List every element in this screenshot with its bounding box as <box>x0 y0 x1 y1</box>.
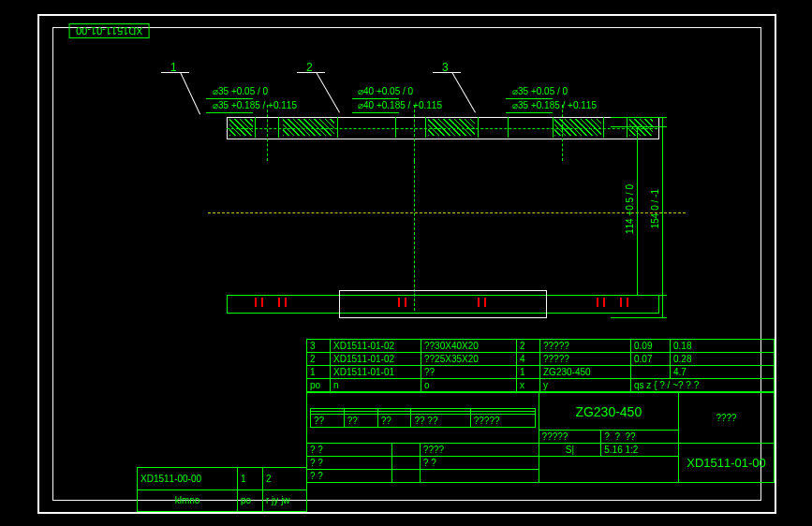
red-mark-4 <box>285 298 287 307</box>
side-n1: 1 <box>238 468 263 490</box>
side-c2: r jy <box>266 495 278 505</box>
edge-9 <box>603 117 604 138</box>
side-c1: po <box>238 489 263 512</box>
leader-line-3 <box>433 72 461 73</box>
red-mark-7 <box>478 298 480 307</box>
bom-h-tilde: ? / ~? <box>659 380 683 390</box>
dim-114: 114 +0.5 / 0 <box>625 184 635 234</box>
red-mark-6 <box>405 298 406 307</box>
bom-w1-2: 0.07 <box>631 353 671 366</box>
top-section-view <box>227 117 657 138</box>
edge-5 <box>425 117 426 138</box>
dim-154-line <box>662 117 663 318</box>
bottom-section-view <box>227 290 657 318</box>
edge-3 <box>337 117 338 138</box>
red-mark-9 <box>597 298 598 307</box>
dim-154: 154 0 / -1 <box>650 189 660 228</box>
bom-h-x: x <box>517 379 540 392</box>
bom-w1-1 <box>631 366 671 379</box>
bom-code-3: XD1511-01-02 <box>331 340 421 353</box>
hatch-3 <box>428 119 475 136</box>
rev-q1: ?? <box>311 415 345 428</box>
ext-h4 <box>611 317 667 318</box>
bom-h-qs: qs <box>634 380 644 390</box>
bom-row-3: 3 XD1511-01-02 ??30X40X20 2 ????? 0.09 0… <box>307 340 775 353</box>
rev-q3: ?? <box>377 415 411 428</box>
bottom-body <box>339 290 547 318</box>
hatch-1 <box>229 119 253 136</box>
outer-frame: XD1511-01-00 1 2 3 ⌀35 +0.05 / 0 ⌀35 +0.… <box>37 14 776 514</box>
bom-row-1: 1 XD1511-01-01 ?? 1 ZG230-450 4.7 <box>307 366 775 379</box>
bom-h-z: z <box>646 380 651 390</box>
drawing-number-header: XD1511-01-00 <box>69 23 150 38</box>
dim-h-r1 <box>506 98 553 99</box>
bom-q-1: 1 <box>517 366 540 379</box>
side-name: klmno <box>138 489 238 512</box>
bom-q-2: 4 <box>517 353 540 366</box>
scale-lbl: S| <box>539 444 601 457</box>
dim-114-line <box>637 126 638 295</box>
bom-row-2: 2 XD1511-01-02 ??25X35X20 4 ????? 0.07 0… <box>307 353 775 366</box>
bom-spec-2: ??25X35X20 <box>421 353 517 366</box>
scale-ratio: 1:2 <box>626 445 639 455</box>
dim-h-c2 <box>352 112 399 113</box>
bom-table: 3 XD1511-01-02 ??30X40X20 2 ????? 0.09 0… <box>306 339 775 392</box>
hatch-5 <box>629 119 653 136</box>
bom-h-code: n <box>331 379 421 392</box>
dim-35-lower-l: ⌀35 +0.185 / +0.115 <box>213 100 297 110</box>
main-centerline <box>208 212 686 213</box>
vertical-centerline <box>414 161 415 311</box>
dim-h-l2 <box>206 112 253 113</box>
edge-10 <box>627 117 627 138</box>
bore-centerline-1 <box>267 105 268 161</box>
rev-b: ? <box>614 431 620 442</box>
bom-h-brace: { <box>654 380 657 390</box>
edge-7 <box>508 117 509 138</box>
edge-2 <box>278 117 279 138</box>
bom-n-3: 3 <box>307 340 331 353</box>
red-mark-5 <box>398 298 400 307</box>
dim-40-lower: ⌀40 +0.185 / +0.115 <box>358 100 442 110</box>
proj-cell: ???? <box>679 393 775 444</box>
material-cell: ZG230-450 <box>539 393 678 431</box>
bom-header-row: po n o x y qs z { ? / ~? ? ? <box>307 379 775 392</box>
bom-note-1: ZG230-450 <box>540 366 631 379</box>
bom-spec-3: ??30X40X20 <box>421 340 517 353</box>
bom-note-3: ????? <box>540 340 631 353</box>
rev-q5: ????? <box>470 415 535 428</box>
scale-val: 5.16 <box>604 445 622 455</box>
red-mark-8 <box>484 298 486 307</box>
side-n2: 2 <box>263 468 307 490</box>
sig-3: ? ? <box>307 470 392 483</box>
ext-h3 <box>611 117 667 118</box>
bom-note-2: ????? <box>540 353 631 366</box>
red-mark-11 <box>620 298 622 307</box>
mass-hdr: ????? <box>539 431 601 444</box>
bom-h-y: y <box>540 379 631 392</box>
bom-h-rest: qs z { ? / ~? ? ? <box>631 379 775 392</box>
bom-spec-1: ?? <box>421 366 517 379</box>
dim-h-c1 <box>352 98 399 99</box>
leader-line-2 <box>297 72 325 73</box>
sig-2: ? ? <box>307 457 392 470</box>
bom-w1-3: 0.09 <box>631 340 671 353</box>
side-code: XD1511-00-00 <box>138 468 238 490</box>
bom-h-qq: ? ? <box>686 380 699 390</box>
bore-centerline-3 <box>562 105 563 161</box>
dim-35-upper-r: ⌀35 +0.05 / 0 <box>512 86 568 96</box>
dim-35-lower-r: ⌀35 +0.185 / +0.115 <box>512 100 597 110</box>
rev-q4: ?? ?? <box>411 415 470 428</box>
rev-c: ?? <box>626 431 636 442</box>
red-mark-3 <box>278 298 280 307</box>
bom-code-2: XD1511-01-02 <box>331 353 421 366</box>
sig-4: ???? <box>420 444 539 457</box>
dim-40-upper: ⌀40 +0.05 / 0 <box>358 86 413 96</box>
edge-1 <box>255 117 256 138</box>
side-c3: jw <box>281 495 289 505</box>
leader-line-1 <box>161 72 189 73</box>
rev-grid: ???????? ??????? <box>307 393 539 444</box>
title-main-table: ???????? ??????? ZG230-450 ???? ????? ? … <box>306 392 775 483</box>
ext-h1 <box>611 126 667 127</box>
bom-w2-1: 4.7 <box>671 366 775 379</box>
ext-h2 <box>611 295 667 296</box>
